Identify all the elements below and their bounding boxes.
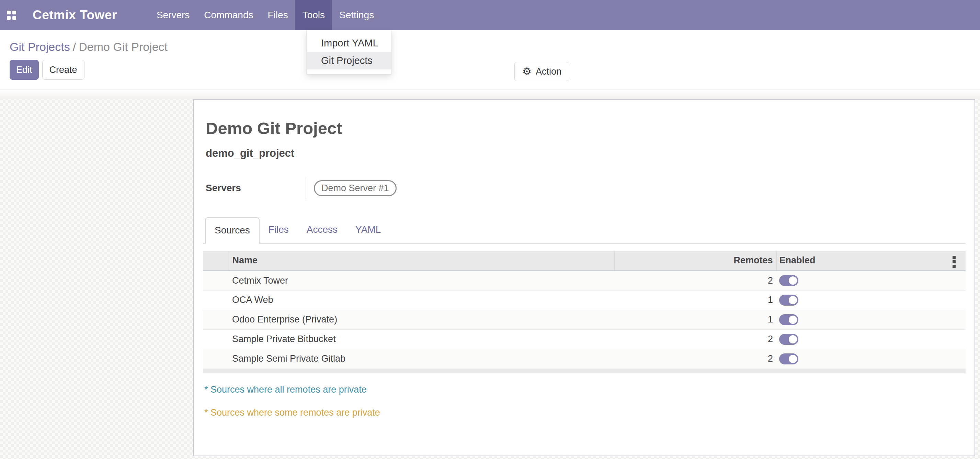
source-remotes-count: 1	[614, 310, 776, 329]
source-remotes-count: 2	[614, 271, 776, 290]
enabled-toggle[interactable]	[779, 295, 799, 306]
column-header-name[interactable]: Name	[228, 251, 614, 271]
source-name[interactable]: Odoo Enterprise (Private)	[228, 310, 614, 329]
tools-dropdown-menu: Import YAML Git Projects	[306, 30, 391, 75]
enabled-toggle[interactable]	[779, 334, 799, 345]
column-header-enabled[interactable]: Enabled	[776, 251, 942, 271]
row-select-cell[interactable]	[203, 329, 228, 349]
footnote-semi-private-sources: * Sources where some remotes are private	[204, 407, 966, 418]
breadcrumb: Git Projects/Demo Git Project	[10, 30, 970, 54]
record-technical-name: demo_git_project	[206, 147, 966, 160]
action-button-label: Action	[536, 66, 562, 77]
gear-icon: ⚙	[522, 66, 531, 77]
servers-field-row: Servers Demo Server #1	[206, 177, 966, 200]
table-row[interactable]: OCA Web 1	[203, 290, 966, 310]
servers-field-label: Servers	[206, 182, 305, 193]
tab-sources[interactable]: Sources	[205, 217, 259, 244]
footnote-private-sources: * Sources where all remotes are private	[204, 384, 966, 395]
menu-item-files[interactable]: Files	[261, 0, 295, 30]
row-select-cell[interactable]	[203, 310, 228, 329]
dropdown-item-git-projects[interactable]: Git Projects	[307, 52, 391, 69]
apps-grid-square	[12, 11, 16, 14]
record-title: Demo Git Project	[206, 118, 966, 138]
sources-table: Name Remotes Enabled Cetmix Tower 2 OCA …	[203, 251, 966, 369]
column-options-button[interactable]	[942, 251, 966, 271]
menu-item-tools[interactable]: Tools	[295, 0, 332, 30]
source-name[interactable]: Sample Semi Private Gitlab	[228, 349, 614, 369]
table-header-row: Name Remotes Enabled	[203, 251, 966, 271]
row-select-cell[interactable]	[203, 349, 228, 369]
breadcrumb-parent-link[interactable]: Git Projects	[10, 40, 70, 53]
dropdown-item-import-yaml[interactable]: Import YAML	[307, 34, 391, 52]
content-area: Demo Git Project demo_git_project Server…	[0, 89, 980, 459]
menu-item-settings[interactable]: Settings	[332, 0, 381, 30]
apps-grid-square	[7, 16, 11, 20]
table-row[interactable]: Cetmix Tower 2	[203, 271, 966, 290]
field-separator	[305, 177, 306, 200]
row-select-cell[interactable]	[203, 290, 228, 310]
source-name[interactable]: OCA Web	[228, 290, 614, 310]
notebook-tabs: Sources Files Access YAML	[203, 217, 966, 244]
kebab-vertical-icon	[953, 260, 956, 264]
top-navbar: Cetmix Tower Servers Commands Files Tool…	[0, 0, 980, 30]
app-brand-title[interactable]: Cetmix Tower	[33, 8, 117, 22]
row-select-cell[interactable]	[203, 271, 228, 290]
apps-grid-square	[7, 11, 11, 14]
source-remotes-count: 2	[614, 329, 776, 349]
table-row[interactable]: Sample Semi Private Gitlab 2	[203, 349, 966, 369]
source-name[interactable]: Sample Private Bitbucket	[228, 329, 614, 349]
table-row[interactable]: Sample Private Bitbucket 2	[203, 329, 966, 349]
main-menu: Servers Commands Files Tools Settings	[150, 0, 381, 30]
breadcrumb-separator: /	[70, 40, 79, 53]
tab-yaml[interactable]: YAML	[347, 217, 390, 243]
tab-files[interactable]: Files	[259, 217, 298, 243]
apps-grid-square	[12, 16, 16, 20]
record-buttons: Edit Create	[10, 60, 970, 80]
create-button[interactable]: Create	[42, 60, 84, 80]
source-remotes-count: 2	[614, 349, 776, 369]
column-header-remotes[interactable]: Remotes	[614, 251, 776, 271]
table-row[interactable]: Odoo Enterprise (Private) 1	[203, 310, 966, 329]
table-footer-strip	[203, 369, 966, 373]
enabled-toggle[interactable]	[779, 275, 799, 286]
action-button[interactable]: ⚙ Action	[514, 62, 569, 81]
enabled-toggle[interactable]	[779, 314, 799, 325]
select-all-cell[interactable]	[203, 251, 228, 271]
tab-access[interactable]: Access	[298, 217, 347, 243]
control-panel: Git Projects/Demo Git Project Edit Creat…	[0, 30, 980, 89]
breadcrumb-current: Demo Git Project	[79, 40, 167, 53]
server-tag[interactable]: Demo Server #1	[314, 180, 396, 196]
record-form-card: Demo Git Project demo_git_project Server…	[193, 99, 975, 456]
apps-grid-icon[interactable]	[7, 11, 16, 20]
menu-item-commands[interactable]: Commands	[197, 0, 260, 30]
menu-item-servers[interactable]: Servers	[150, 0, 197, 30]
enabled-toggle[interactable]	[779, 353, 799, 364]
source-remotes-count: 1	[614, 290, 776, 310]
edit-button[interactable]: Edit	[10, 60, 39, 80]
source-name[interactable]: Cetmix Tower	[228, 271, 614, 290]
